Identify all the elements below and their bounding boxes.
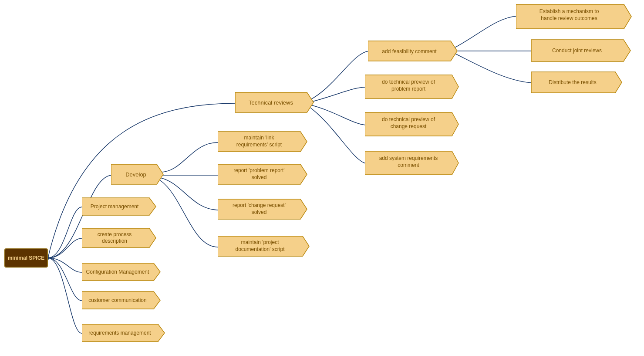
svg-text:handle review outcomes: handle review outcomes — [541, 15, 597, 21]
svg-text:Develop: Develop — [125, 171, 146, 178]
distribute-results-node[interactable]: Distribute the results — [531, 71, 644, 356]
svg-text:comment: comment — [398, 162, 419, 168]
svg-text:Conduct joint reviews: Conduct joint reviews — [552, 47, 602, 54]
svg-text:problem report: problem report — [391, 86, 426, 92]
svg-text:Establish a mechanism to: Establish a mechanism to — [539, 8, 599, 14]
svg-text:Technical reviews: Technical reviews — [249, 99, 293, 106]
svg-text:do technical preview of: do technical preview of — [382, 79, 435, 85]
svg-text:add system requirements: add system requirements — [379, 155, 438, 161]
root-label: minimal SPICE — [8, 255, 45, 261]
root-node[interactable]: minimal SPICE — [4, 248, 48, 268]
svg-text:add feasibility comment: add feasibility comment — [382, 48, 437, 54]
svg-text:Distribute the results: Distribute the results — [549, 79, 596, 85]
svg-text:change request: change request — [391, 123, 427, 129]
svg-text:do technical preview of: do technical preview of — [382, 116, 435, 122]
